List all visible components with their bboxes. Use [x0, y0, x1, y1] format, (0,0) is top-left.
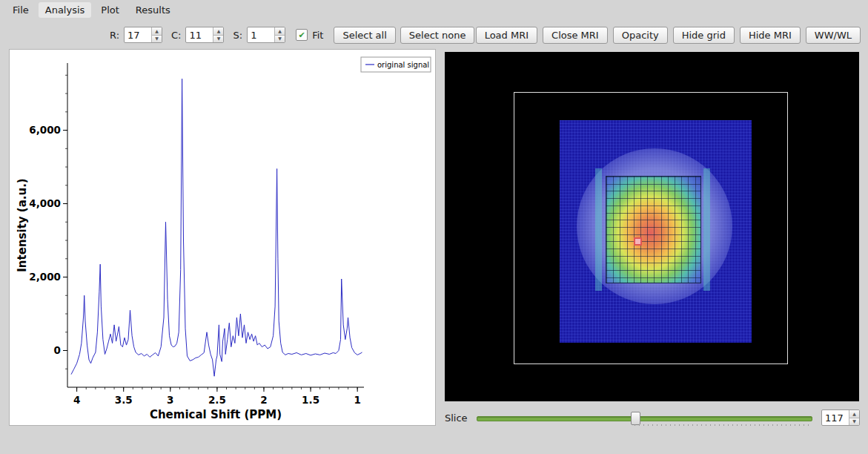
col-label: C:	[171, 30, 181, 41]
col-input[interactable]	[186, 27, 213, 42]
selected-voxel	[634, 237, 642, 246]
mri-viewport[interactable]	[445, 52, 859, 401]
fit-checkbox[interactable]: ✔	[296, 29, 308, 41]
y-tick-label: 2,000	[29, 271, 61, 283]
x-axis-label: Chemical Shift (PPM)	[150, 408, 282, 421]
y-tick-label: 6,000	[29, 124, 61, 136]
heatmap-edge-strip-left	[595, 168, 602, 291]
slice-control-row: Slice ▲ ▼	[445, 408, 860, 427]
y-axis-label: Intensity (a.u.)	[16, 178, 29, 272]
toolbar: R: ▲ ▼ C: ▲ ▼ S: ▲ ▼	[0, 24, 868, 45]
fit-label: Fit	[312, 30, 323, 41]
slice-number-spinbox[interactable]: ▲ ▼	[821, 409, 860, 426]
metabolite-heatmap[interactable]	[606, 176, 701, 283]
x-tick-label: 2	[260, 394, 267, 406]
slice-slider[interactable]	[477, 410, 812, 425]
select-none-button[interactable]: Select none	[400, 27, 475, 44]
toolbar-right-group: Load MRI Close MRI Opacity Hide grid Hid…	[476, 27, 861, 44]
slice-spin-label: S:	[233, 30, 242, 41]
y-tick-label: 4,000	[29, 197, 61, 209]
menu-analysis[interactable]: Analysis	[39, 2, 92, 18]
slice-spin-down-icon[interactable]: ▼	[275, 35, 285, 43]
row-spinner[interactable]: ▲ ▼	[124, 27, 162, 43]
x-tick-label: 1	[354, 394, 360, 406]
menubar: File Analysis Plot Results	[0, 0, 868, 19]
heatmap-edge-strip-right	[703, 168, 710, 291]
y-tick-label: 0	[54, 344, 61, 356]
x-tick-label: 4	[73, 394, 80, 406]
close-mri-button[interactable]: Close MRI	[543, 27, 608, 44]
row-spin-up-icon[interactable]: ▲	[152, 27, 162, 35]
x-tick-label: 3.5	[115, 394, 133, 406]
voxel-grid-overlay	[606, 176, 701, 283]
hide-grid-button[interactable]: Hide grid	[673, 27, 735, 44]
col-spin-up-icon[interactable]: ▲	[213, 27, 223, 35]
slice-number-input[interactable]	[822, 410, 849, 425]
ww-wl-button[interactable]: WW/WL	[806, 27, 861, 44]
slice-spin-up-icon[interactable]: ▲	[275, 27, 285, 35]
opacity-button[interactable]: Opacity	[613, 27, 668, 44]
legend-label: original signal	[377, 61, 429, 69]
menu-plot[interactable]: Plot	[94, 2, 126, 18]
spectrum-line	[71, 79, 362, 376]
toolbar-left-group: R: ▲ ▼ C: ▲ ▼ S: ▲ ▼	[105, 27, 474, 44]
x-tick-label: 3	[167, 394, 173, 406]
slice-slider-ticks	[635, 424, 811, 426]
slice-slider-track[interactable]	[477, 416, 812, 421]
x-tick-label: 1.5	[302, 394, 319, 406]
select-all-button[interactable]: Select all	[334, 27, 395, 44]
slice-number-up-icon[interactable]: ▲	[849, 410, 859, 418]
mri-image[interactable]	[560, 120, 752, 343]
slice-spinner[interactable]: ▲ ▼	[247, 27, 285, 43]
slice-label: Slice	[445, 412, 468, 424]
menu-file[interactable]: File	[6, 2, 36, 18]
col-spinner[interactable]: ▲ ▼	[185, 27, 224, 43]
row-label: R:	[110, 30, 119, 41]
spectrum-chart: 43.532.521.5102,0004,0006,000Chemical Sh…	[10, 50, 435, 425]
spectrum-plot-panel: 43.532.521.5102,0004,0006,000Chemical Sh…	[9, 49, 436, 426]
col-spin-down-icon[interactable]: ▼	[213, 35, 223, 43]
hide-mri-button[interactable]: Hide MRI	[740, 27, 801, 44]
slice-input[interactable]	[248, 27, 274, 42]
row-spin-down-icon[interactable]: ▼	[152, 35, 162, 43]
menu-results[interactable]: Results	[129, 2, 177, 18]
row-input[interactable]	[125, 27, 151, 42]
slice-number-down-icon[interactable]: ▼	[849, 418, 859, 426]
load-mri-button[interactable]: Load MRI	[476, 27, 537, 44]
x-tick-label: 2.5	[208, 394, 226, 406]
slice-slider-handle[interactable]	[631, 412, 640, 425]
checkbox-check-icon: ✔	[299, 31, 305, 39]
